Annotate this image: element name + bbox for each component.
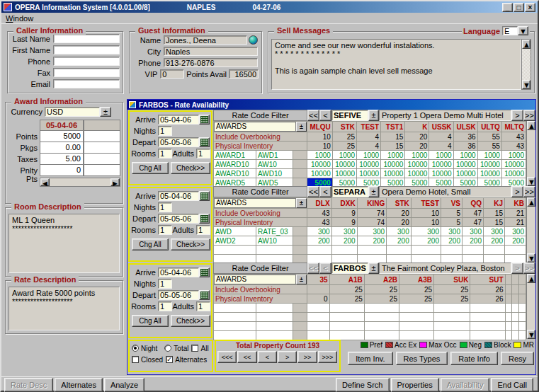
- scroll-up-icon[interactable]: ▲: [527, 197, 535, 207]
- availability-cell[interactable]: [470, 313, 505, 322]
- caller-phone-input[interactable]: [53, 57, 120, 66]
- scrollbar-track[interactable]: [50, 178, 110, 186]
- depart-date-field[interactable]: 05-05-06: [158, 290, 199, 300]
- property-code-field[interactable]: FARBOS: [331, 263, 368, 274]
- page-last-button[interactable]: >>>: [318, 351, 337, 363]
- availability-cell[interactable]: [470, 331, 505, 340]
- availability-cell[interactable]: 10000: [332, 169, 356, 178]
- availability-cell[interactable]: 300: [483, 227, 504, 236]
- points-avail-input[interactable]: [229, 69, 259, 79]
- availability-cell[interactable]: 10000: [453, 160, 477, 169]
- chg-all-button[interactable]: Chg All: [132, 315, 169, 327]
- property-next-button[interactable]: >: [511, 110, 523, 121]
- availability-cell[interactable]: [364, 313, 399, 322]
- availability-cell[interactable]: [307, 322, 330, 331]
- availability-cell[interactable]: 300: [504, 227, 526, 236]
- currency-value[interactable]: USD: [45, 107, 100, 117]
- availability-cell[interactable]: [483, 246, 504, 255]
- property-last-button[interactable]: >>: [523, 186, 535, 197]
- analyze-button[interactable]: Analyze: [104, 378, 144, 392]
- availability-cell[interactable]: [512, 313, 519, 322]
- property-code-field[interactable]: SEFIVE: [331, 110, 368, 121]
- rate-code-cell[interactable]: [214, 304, 256, 313]
- calendar-icon[interactable]: [199, 191, 210, 201]
- availability-cell[interactable]: 10000: [381, 160, 405, 169]
- rate-code-secondary-cell[interactable]: AW10: [256, 160, 293, 169]
- availability-cell[interactable]: 1000: [501, 151, 526, 160]
- rooms-field[interactable]: 1: [158, 149, 172, 158]
- scroll-down-icon[interactable]: ▼: [527, 177, 535, 186]
- night-radio[interactable]: [132, 345, 139, 352]
- availability-cell[interactable]: [505, 313, 512, 322]
- availability-cell[interactable]: 300: [307, 227, 332, 236]
- availability-cell[interactable]: [364, 304, 399, 313]
- availability-button[interactable]: Availability: [441, 378, 490, 392]
- availability-cell[interactable]: [329, 313, 364, 322]
- scroll-up-icon[interactable]: ▲: [522, 40, 531, 49]
- all-checkbox[interactable]: [191, 345, 198, 352]
- property-code-field[interactable]: SEPARA: [331, 186, 368, 197]
- availability-cell[interactable]: 10000: [307, 160, 333, 169]
- property-next-button[interactable]: >: [511, 186, 523, 197]
- scrollbar-track[interactable]: [527, 130, 535, 177]
- availability-cell[interactable]: 1000: [381, 151, 405, 160]
- availability-cell[interactable]: 300: [387, 227, 412, 236]
- rate-code-cell[interactable]: [214, 313, 256, 322]
- scroll-up-icon[interactable]: ▲: [527, 121, 535, 130]
- adults-field[interactable]: 1: [196, 225, 210, 235]
- rate-info-button[interactable]: Rate Info: [450, 352, 498, 365]
- availability-cell[interactable]: 300: [441, 227, 463, 236]
- rate-code-cell[interactable]: [214, 246, 256, 255]
- check-button[interactable]: Check>>: [171, 238, 210, 250]
- availability-cell[interactable]: [307, 304, 330, 313]
- availability-cell[interactable]: 200: [357, 236, 386, 246]
- alternates-button[interactable]: Alternates: [55, 378, 103, 392]
- arrive-date-field[interactable]: 05-04-06: [158, 191, 199, 201]
- arrive-date-field[interactable]: 05-04-06: [158, 267, 199, 277]
- rate-code-filter-value[interactable]: AWARDS: [214, 275, 296, 284]
- rate-desc-button[interactable]: Rate Desc: [4, 378, 53, 392]
- page-prev-button[interactable]: <: [258, 351, 277, 363]
- property-first-button[interactable]: <<: [307, 110, 319, 121]
- availability-cell[interactable]: 1000: [429, 151, 453, 160]
- language-dropdown-button[interactable]: ▼: [518, 26, 528, 35]
- grid-scrollbar[interactable]: ▲ ▼: [526, 274, 535, 339]
- rate-code-filter-lov-button[interactable]: ±: [296, 122, 307, 132]
- availability-cell[interactable]: 10000: [429, 160, 453, 169]
- property-last-button[interactable]: >>: [523, 263, 535, 274]
- fax-input[interactable]: [53, 68, 120, 77]
- check-button[interactable]: Check>>: [171, 162, 210, 174]
- availability-cell[interactable]: [364, 322, 399, 331]
- nights-field[interactable]: 1: [158, 202, 172, 212]
- rate-code-secondary-cell[interactable]: RATE_03: [256, 227, 293, 236]
- currency-lov-button[interactable]: ±: [100, 107, 111, 117]
- property-first-button[interactable]: <<: [307, 186, 319, 197]
- nights-field[interactable]: 1: [158, 126, 172, 136]
- award-scrollbar[interactable]: ◄ ►: [40, 178, 120, 187]
- availability-cell[interactable]: 10000: [307, 169, 333, 178]
- rooms-field[interactable]: 1: [158, 301, 172, 311]
- rate-code-secondary-cell[interactable]: [256, 331, 293, 340]
- calendar-icon[interactable]: [199, 137, 210, 147]
- availability-cell[interactable]: [329, 331, 364, 340]
- grid-scrollbar[interactable]: ▲ ▼: [526, 197, 535, 263]
- depart-date-field[interactable]: 05-05-06: [158, 214, 199, 224]
- closed-checkbox[interactable]: [132, 356, 139, 363]
- availability-cell[interactable]: [512, 331, 519, 340]
- rate-code-cell[interactable]: AWARD10: [214, 169, 256, 178]
- availability-cell[interactable]: 200: [462, 236, 483, 246]
- close-button[interactable]: ×: [525, 3, 535, 12]
- property-lov-button[interactable]: ±: [368, 186, 379, 197]
- calendar-icon[interactable]: [199, 267, 210, 277]
- availability-cell[interactable]: 1000: [405, 151, 429, 160]
- property-next-button[interactable]: >: [511, 263, 523, 274]
- availability-cell[interactable]: [411, 246, 441, 255]
- property-prev-button[interactable]: <: [319, 263, 331, 274]
- availability-cell[interactable]: 300: [462, 227, 483, 236]
- availability-cell[interactable]: [329, 304, 364, 313]
- rate-code-filter-value[interactable]: AWARDS: [214, 198, 296, 208]
- page-next-button[interactable]: >: [278, 351, 297, 363]
- availability-cell[interactable]: [307, 331, 330, 340]
- minimize-button[interactable]: _: [502, 3, 513, 12]
- availability-cell[interactable]: [441, 246, 463, 255]
